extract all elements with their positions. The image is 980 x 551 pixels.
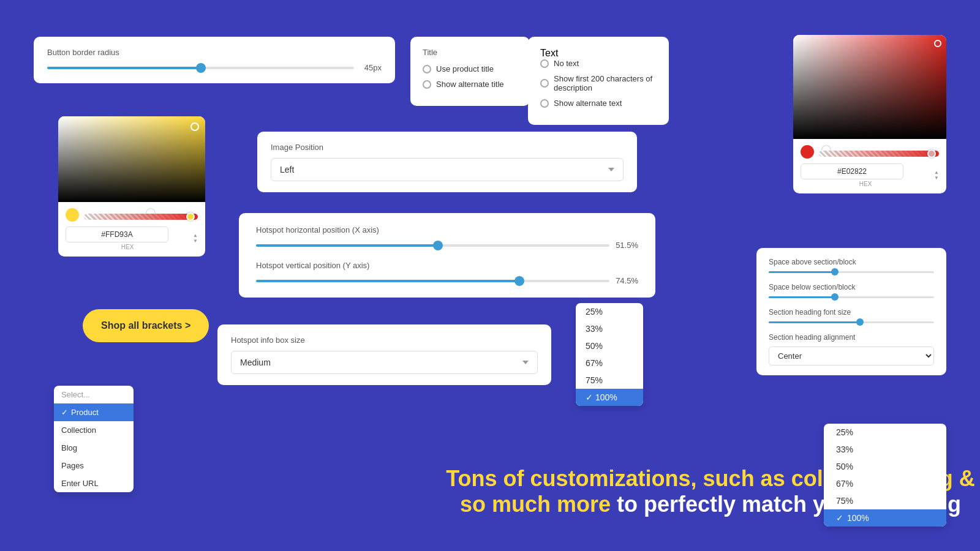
title-label: Title [423, 48, 518, 57]
hotspot-y-value: 74.5% [616, 276, 638, 285]
select-placeholder: Select... [54, 386, 134, 403]
radio-no-text[interactable] [540, 59, 549, 68]
hex-input-red[interactable] [801, 163, 903, 179]
text-option-3[interactable]: Show alternate text [540, 99, 657, 108]
border-radius-value: 45px [360, 63, 382, 72]
image-position-select[interactable]: Left Right Center [271, 158, 624, 181]
color-preview-yellow [66, 208, 79, 222]
percent-dropdown-bottom: 25% 33% 50% 67% 75% ✓ 100% [824, 424, 946, 527]
hotspot-x-value: 51.5% [616, 241, 638, 250]
hotspot-x-label: Hotspot horizontal position (X axis) [256, 225, 638, 234]
hotspot-info-label: Hotspot info box size [231, 335, 538, 345]
percent-67[interactable]: 67% [576, 354, 643, 372]
radio-show-alternate-title[interactable] [423, 80, 431, 89]
space-above-thumb[interactable] [831, 268, 839, 276]
percent-100[interactable]: ✓ 100% [576, 389, 643, 406]
border-radius-track[interactable] [47, 67, 354, 69]
hotspot-info-card: Hotspot info box size Small Medium Large [217, 324, 551, 385]
hex-up-red[interactable]: ▲ [934, 170, 939, 175]
title-option-2[interactable]: Show alternate title [423, 80, 518, 89]
hotspot-y-track[interactable] [256, 280, 609, 282]
spacing-card: Space above section/block Space below se… [756, 248, 946, 375]
image-position-card: Image Position Left Right Center [257, 132, 637, 192]
color-preview-red [801, 145, 814, 159]
border-radius-card: Button border radius 45px [34, 37, 395, 83]
space-below-track[interactable] [769, 296, 934, 298]
opacity-slider-yellow[interactable] [84, 214, 198, 220]
shop-brackets-button[interactable]: Shop all brackets > [83, 309, 209, 342]
text-card: Text No text Show first 200 characters o… [528, 37, 669, 125]
title-option-1[interactable]: Use product title [423, 64, 518, 73]
percent-75[interactable]: 75% [576, 372, 643, 389]
hex-down-red[interactable]: ▼ [934, 176, 939, 181]
radio-use-product-title[interactable] [423, 65, 431, 73]
hotspot-position-card: Hotspot horizontal position (X axis) 51.… [239, 213, 655, 298]
hex-label-red: HEX [801, 181, 930, 187]
select-product[interactable]: ✓ Product [54, 403, 134, 421]
text-option-1[interactable]: No text [540, 59, 657, 68]
space-below-thumb[interactable] [831, 293, 839, 301]
heading-align-select[interactable]: Center Left Right [769, 347, 934, 365]
color-thumb-red[interactable] [934, 40, 941, 47]
radio-alternate-text[interactable] [540, 99, 549, 108]
color-thumb-yellow[interactable] [190, 122, 199, 131]
text-label: Text [540, 48, 657, 59]
percent-dropdown: 25% 33% 50% 67% 75% ✓ 100% [576, 303, 643, 406]
heading-font-track[interactable] [769, 321, 934, 323]
percent-bottom-25[interactable]: 25% [824, 424, 946, 441]
space-below-label: Space below section/block [769, 283, 934, 291]
heading-font-thumb[interactable] [856, 318, 864, 326]
border-radius-label: Button border radius [47, 48, 382, 57]
color-gradient-red[interactable] [793, 35, 946, 139]
opacity-slider-red[interactable] [819, 151, 939, 157]
hex-arrows-yellow[interactable]: ▲ ▼ [193, 233, 198, 244]
percent-33[interactable]: 33% [576, 320, 643, 337]
percent-bottom-75[interactable]: 75% [824, 492, 946, 509]
link-type-dropdown: Select... ✓ Product Collection Blog Page… [54, 386, 134, 492]
image-position-label: Image Position [271, 143, 624, 152]
text-option-3-label: Show alternate text [554, 99, 622, 108]
percent-50[interactable]: 50% [576, 337, 643, 354]
select-collection[interactable]: Collection [54, 421, 134, 439]
percent-bottom-67[interactable]: 67% [824, 475, 946, 492]
heading-align-label: Section heading alignment [769, 333, 934, 342]
heading-font-label: Section heading font size [769, 308, 934, 317]
color-picker-yellow: HEX ▲ ▼ [58, 116, 205, 257]
opacity-thumb-yellow[interactable] [186, 212, 195, 221]
title-option-2-label: Show alternate title [436, 80, 504, 89]
select-pages[interactable]: Pages [54, 457, 134, 474]
hotspot-info-select[interactable]: Small Medium Large [231, 351, 538, 374]
text-option-2-label: Show first 200 characters of description [554, 74, 657, 92]
percent-25[interactable]: 25% [576, 303, 643, 320]
hex-down-yellow[interactable]: ▼ [193, 239, 198, 244]
text-option-2[interactable]: Show first 200 characters of description [540, 74, 657, 92]
hex-label-yellow: HEX [66, 244, 189, 250]
percent-bottom-33[interactable]: 33% [824, 441, 946, 458]
hex-arrows-red[interactable]: ▲ ▼ [934, 170, 939, 181]
radio-first-200[interactable] [540, 79, 549, 88]
text-option-1-label: No text [554, 59, 579, 68]
hotspot-x-track[interactable] [256, 244, 609, 247]
space-above-track[interactable] [769, 271, 934, 273]
select-blog[interactable]: Blog [54, 439, 134, 457]
color-picker-red: HEX ▲ ▼ [793, 35, 946, 193]
opacity-thumb-red[interactable] [927, 149, 936, 158]
hex-input-yellow[interactable] [66, 227, 168, 242]
percent-bottom-100[interactable]: ✓ 100% [824, 509, 946, 527]
color-gradient-yellow[interactable] [58, 116, 205, 202]
space-above-label: Space above section/block [769, 258, 934, 266]
percent-bottom-50[interactable]: 50% [824, 458, 946, 475]
bottom-more-text: so much more [460, 492, 611, 517]
title-card: Title Use product title Show alternate t… [410, 37, 530, 106]
hotspot-y-label: Hotspot vertical position (Y axis) [256, 261, 638, 270]
title-option-1-label: Use product title [436, 64, 494, 73]
hex-up-yellow[interactable]: ▲ [193, 233, 198, 238]
select-enter-url[interactable]: Enter URL [54, 474, 134, 492]
